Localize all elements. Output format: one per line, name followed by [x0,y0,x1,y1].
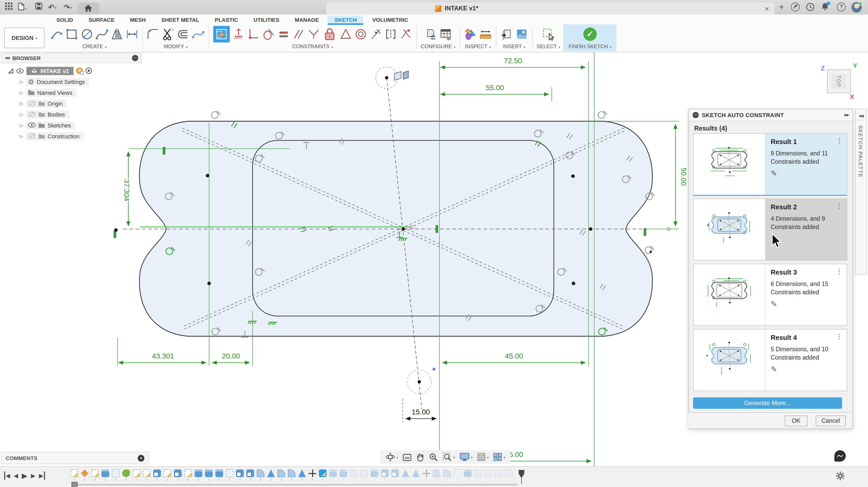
doc-feature-icon[interactable] [505,469,513,481]
equal-constraint-icon[interactable] [277,28,290,40]
workspace-selector[interactable]: DESIGN▾ [4,27,44,48]
trim-tool-icon[interactable] [162,28,175,40]
dim-offset[interactable]: 15.00 [412,408,430,416]
tab-solid[interactable]: SOLID [50,15,80,24]
mirror-tool-icon[interactable] [111,28,123,40]
polygon-constraint-icon[interactable] [340,28,352,40]
doc-feature-icon[interactable] [474,469,482,481]
new-tab-icon[interactable]: + [777,3,786,12]
construction-circle-top[interactable] [376,67,408,89]
hidden-eye-icon[interactable] [28,133,36,139]
dim-left[interactable]: 37.304 [123,179,131,201]
ruler-icon[interactable] [479,28,492,40]
expand-icon[interactable]: ▷ [20,90,23,95]
dialog-header[interactable]: − SKETCH AUTO CONSTRAINT ▶▶ [689,109,852,121]
fillet-feature-icon[interactable] [257,469,265,481]
combine-feature-icon[interactable] [236,469,244,481]
offset-tool-icon[interactable] [177,28,189,40]
move-feature-icon[interactable] [422,469,430,481]
move-feature-icon[interactable] [309,469,316,481]
concentric-constraint-icon[interactable] [354,28,367,40]
fillet-tool-icon[interactable] [147,28,159,40]
insert-image-icon[interactable] [516,28,528,40]
save-icon[interactable] [34,3,43,12]
skip-to-start-icon[interactable]: ◀ [4,471,10,480]
rectangle-tool-icon[interactable] [66,28,78,40]
generate-more-button[interactable]: Generate More... [693,397,842,409]
modify-group-label[interactable]: MODIFY ▾ [164,44,187,49]
construction-circle-bottom[interactable] [407,368,435,394]
edit-pencil-icon[interactable]: ✎ [771,299,777,309]
dim-bottom2[interactable]: 20.00 [222,352,240,360]
step-back-icon[interactable]: ◀ [14,471,18,480]
lock-constraint-icon[interactable] [322,27,337,41]
dim-bottom1[interactable]: 43.301 [152,352,174,360]
sketch-dimension-tool-icon[interactable] [126,28,138,40]
extensions-icon[interactable] [791,3,800,11]
mirror-feature-icon[interactable] [267,469,275,481]
viewports-icon[interactable]: ▾ [493,453,505,461]
mirror-feature-icon[interactable] [298,469,306,481]
sketch-feature-icon[interactable] [91,469,99,481]
redo-icon[interactable]: ↷▾ [63,3,72,12]
spline-tool-icon[interactable] [96,28,108,40]
close-tab-icon[interactable]: × [765,4,769,13]
extrude-feature-icon[interactable] [215,469,223,481]
sketch-feature-icon[interactable] [184,469,192,481]
extrude-feature-icon[interactable] [371,469,378,481]
result-menu-icon[interactable]: ⋮ [836,333,843,340]
orbit-icon[interactable]: ▾ [385,452,398,462]
mirror-feature-icon[interactable] [402,469,409,481]
form-feature-icon[interactable] [81,469,89,481]
plane-feature-icon[interactable] [112,469,120,481]
create-group-label[interactable]: CREATE ▾ [82,44,106,49]
edit-pencil-icon[interactable]: ✎ [771,365,777,374]
fit-view-icon[interactable]: ▾ [442,452,455,462]
visibility-eye-icon[interactable] [16,68,24,73]
display-settings-icon[interactable]: ▾ [460,453,472,461]
hidden-eye-icon[interactable] [28,111,36,117]
result-menu-icon[interactable]: ⋮ [836,137,843,145]
dim-right[interactable]: 50.00 [680,168,688,186]
tab-plastic[interactable]: PLASTIC [208,15,245,24]
tab-sheet-metal[interactable]: SHEET METAL [155,15,206,24]
symmetry-constraint-icon[interactable] [384,28,397,40]
result-thumbnail[interactable] [693,330,766,391]
activate-radio-icon[interactable] [86,67,92,74]
fillet-feature-icon[interactable] [433,469,440,481]
inspect-group-label[interactable]: INSPECT ▾ [465,44,491,49]
extrude-feature-icon[interactable] [464,469,471,481]
collapse-browser-icon[interactable]: ◀◀ [5,56,9,60]
fillet-feature-icon[interactable] [288,469,296,481]
combine-feature-icon[interactable] [174,469,182,481]
circle-tool-icon[interactable] [81,28,93,40]
browser-header[interactable]: ◀◀ BROWSER − [1,53,142,63]
root-component[interactable]: INTAKE v1 [26,66,74,75]
edit-pencil-icon[interactable]: ✎ [771,169,777,178]
step-forward-icon[interactable]: ▶ [31,471,35,480]
result-menu-icon[interactable]: ⋮ [836,202,843,210]
tab-manage[interactable]: MANAGE [288,15,326,24]
timeline-scrollbar-handle[interactable] [71,482,78,487]
mirror-feature-icon[interactable] [412,469,420,481]
auto-constraint-icon[interactable] [213,26,230,42]
document-tab[interactable]: INTAKE v1* × [326,3,774,15]
timeline-settings-gear-icon[interactable] [836,471,845,482]
expand-icon[interactable]: ▷ [20,79,23,84]
line-tool-icon[interactable] [51,28,63,40]
midpoint-constraint-icon[interactable] [370,28,382,40]
browser-row-origin[interactable]: ▷ Origin [20,98,142,109]
cancel-button[interactable]: Cancel [816,416,846,426]
combine-feature-icon[interactable] [153,469,161,481]
browser-row-bodies[interactable]: ▷ Bodies [20,109,142,120]
configure-tool-icon[interactable] [425,28,437,40]
fillet-feature-icon[interactable] [277,469,285,481]
doc-feature-icon[interactable] [350,469,358,481]
sketch-feature-icon[interactable] [143,469,151,481]
insert-derive-icon[interactable] [500,28,513,40]
extrude-feature-icon[interactable] [205,469,213,481]
extrude-feature-icon[interactable] [329,469,337,481]
sketch-feature-icon[interactable] [163,469,171,481]
browser-row-document-settings[interactable]: ▷ Document Settings [20,76,142,87]
skip-to-end-icon[interactable]: ▶ [39,471,45,480]
